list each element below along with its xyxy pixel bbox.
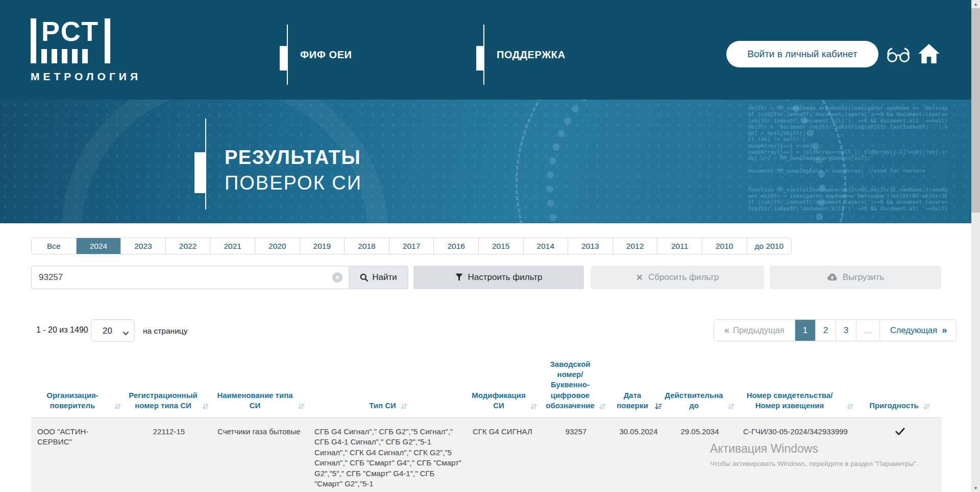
export-button[interactable]: Выгрузить — [770, 266, 941, 289]
year-tab-2012[interactable]: 2012 — [613, 238, 658, 254]
year-tab-2019[interactable]: 2019 — [300, 238, 345, 254]
cell-mod: СГК G4 СИГНАЛ — [468, 418, 542, 492]
cell-valid: 29.05.2034 — [667, 418, 733, 492]
year-tab-2016[interactable]: 2016 — [434, 238, 479, 254]
page-title-line1: РЕЗУЛЬТАТЫ — [225, 147, 361, 169]
page-button-1[interactable]: 1 — [795, 320, 815, 341]
login-button[interactable]: Войти в личный кабинет — [726, 41, 878, 67]
column-header-label-date: Дата поверки — [615, 390, 650, 411]
reset-filter-button[interactable]: ✕ Сбросить фильтр — [591, 266, 764, 289]
find-button[interactable]: Найти — [349, 266, 408, 289]
column-header-mod[interactable]: Модификация СИ — [468, 390, 542, 414]
results-range-text: 1 - 20 из 1490 — [36, 325, 88, 335]
hero-banner: objStr = MM_swapImage.arguments[(navigat… — [0, 100, 980, 223]
logo-left-bar — [31, 18, 36, 63]
rst-logo[interactable]: РСТ МЕТРОЛОГИЯ — [31, 18, 141, 83]
sort-icon-name[interactable] — [298, 403, 305, 410]
previous-page-label: Предыдущая — [733, 325, 785, 335]
column-header-fit[interactable]: Пригодность — [858, 401, 942, 414]
scroll-down-arrow-icon[interactable]: ▼ — [971, 484, 980, 492]
reset-filter-label: Сбросить фильтр — [648, 272, 719, 283]
double-chevron-right-icon: » — [942, 325, 946, 336]
year-tab-2020[interactable]: 2020 — [255, 238, 300, 254]
column-header-reg[interactable]: Регистрационный номер типа СИ — [126, 390, 212, 414]
page-button-3[interactable]: 3 — [836, 320, 856, 341]
sort-icon-fit[interactable] — [923, 403, 930, 410]
column-header-cert[interactable]: Номер свидетельства/ Номер извещения — [733, 390, 858, 414]
page-root: { "header": { "brand": "РСТ", "brand_sub… — [0, 0, 980, 492]
hero-title-bar-decoration — [194, 152, 205, 193]
sort-icon-serial[interactable] — [599, 403, 606, 410]
configure-filter-button[interactable]: Настроить фильтр — [413, 266, 584, 289]
logo-subtitle: МЕТРОЛОГИЯ — [31, 71, 141, 83]
cell-serial: 93257 — [542, 418, 610, 492]
page-button-2[interactable]: 2 — [815, 320, 836, 341]
year-tab-2010[interactable]: 2010 — [702, 238, 747, 254]
sort-icon-cert[interactable] — [846, 403, 854, 410]
year-tab-2024[interactable]: 2024 — [77, 238, 121, 254]
rst-logo-mark-icon: РСТ — [31, 18, 141, 63]
column-header-label-reg: Регистрационный номер типа СИ — [129, 390, 197, 411]
cell-date: 30.05.2024 — [610, 418, 667, 492]
year-tab-2014[interactable]: 2014 — [524, 238, 569, 254]
sort-icon-type[interactable] — [400, 403, 408, 410]
page-title-line2: ПОВЕРОК СИ — [225, 172, 362, 194]
column-header-name[interactable]: Наименование типа СИ — [212, 390, 309, 414]
year-tab-2022[interactable]: 2022 — [166, 238, 211, 254]
sort-icon-reg[interactable] — [202, 403, 209, 410]
column-header-type[interactable]: Тип СИ — [309, 401, 468, 414]
column-header-org[interactable]: Организация-поверитель — [31, 390, 126, 414]
column-header-valid[interactable]: Действительна до — [667, 390, 733, 414]
per-page-label: на страницу — [143, 326, 187, 336]
nav-item-support[interactable]: ПОДДЕРЖКА — [476, 25, 566, 85]
scroll-up-arrow-icon[interactable]: ▲ — [971, 0, 980, 8]
cloud-upload-icon — [827, 273, 838, 282]
page-ellipsis[interactable]: … — [856, 320, 879, 341]
year-tab-2023[interactable]: 2023 — [121, 238, 166, 254]
column-header-serial[interactable]: Заводской номер/ Буквенно-цифровое обозн… — [542, 359, 610, 414]
year-tab-2011[interactable]: 2011 — [657, 238, 702, 254]
cell-type: СГБ G4 Сигнал"," СГБ G2","5 Сигнал"," СГ… — [309, 418, 468, 492]
column-header-label-fit: Пригодность — [869, 401, 919, 411]
column-header-label-cert: Номер свидетельства/ Номер извещения — [737, 390, 842, 411]
vertical-scrollbar[interactable]: ▲ ▼ — [971, 0, 980, 492]
cell-reg: 22112-15 — [126, 418, 212, 492]
hero-ring-decoration — [546, 100, 826, 223]
funnel-icon — [455, 273, 463, 282]
glasses-icon[interactable] — [887, 47, 910, 65]
previous-page-button[interactable]: « Предыдущая — [714, 320, 795, 341]
column-header-label-valid: Действительна до — [665, 390, 723, 411]
nav-item-fif-oei[interactable]: ФИФ ОЕИ — [280, 25, 352, 85]
x-icon: ✕ — [636, 272, 643, 283]
nav-label-support: ПОДДЕРЖКА — [497, 49, 566, 61]
sort-icon-mod[interactable] — [530, 403, 537, 410]
sort-icon-org[interactable] — [114, 403, 121, 410]
year-tab-2018[interactable]: 2018 — [345, 238, 389, 254]
year-tab-2017[interactable]: 2017 — [389, 238, 434, 254]
table-row: ООО "АСТИН-СЕРВИС"22112-15Счетчики газа … — [31, 417, 942, 492]
pagination: « Предыдущая 123… Следующая » — [714, 319, 957, 341]
find-button-label: Найти — [372, 272, 397, 283]
column-header-label-name: Наименование типа СИ — [216, 390, 293, 411]
clear-search-icon[interactable]: ✕ — [332, 272, 342, 283]
year-tab-2015[interactable]: 2015 — [479, 238, 524, 254]
column-header-date[interactable]: Дата поверки — [610, 390, 667, 414]
sort-icon-date[interactable] — [654, 403, 663, 410]
page-size-select[interactable]: 20 — [91, 319, 135, 342]
table-body: ООО "АСТИН-СЕРВИС"22112-15Счетчики газа … — [31, 417, 942, 492]
year-tab-до-2010[interactable]: до 2010 — [747, 238, 792, 254]
column-header-label-serial: Заводской номер/ Буквенно-цифровое обозн… — [546, 359, 595, 411]
nav-label-fif-oei: ФИФ ОЕИ — [300, 49, 352, 61]
logo-brand-text: РСТ — [41, 18, 100, 44]
search-input[interactable] — [31, 266, 349, 289]
year-tab-2021[interactable]: 2021 — [210, 238, 255, 254]
home-icon[interactable] — [918, 44, 940, 65]
pagination-pages: 123… — [795, 320, 879, 341]
year-tab-2013[interactable]: 2013 — [568, 238, 613, 254]
next-page-button[interactable]: Следующая » — [879, 320, 956, 341]
cell-name: Счетчики газа бытовые — [212, 418, 309, 492]
export-label: Выгрузить — [843, 272, 884, 283]
year-tab-Все[interactable]: Все — [32, 238, 77, 254]
scrollbar-thumb[interactable] — [971, 8, 980, 213]
next-page-label: Следующая — [890, 325, 937, 335]
